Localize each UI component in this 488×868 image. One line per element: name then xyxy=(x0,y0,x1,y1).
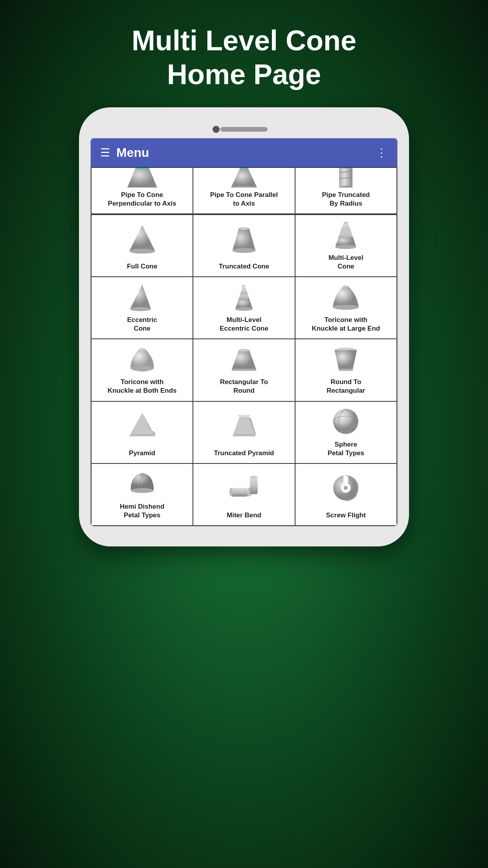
app-header: ☰ Menu ⋮ xyxy=(91,138,397,167)
grid-item-round-to-rect[interactable]: Round ToRectangular xyxy=(295,339,397,401)
item-label-truncated-cone: Truncated Cone xyxy=(219,262,269,271)
item-label-miter-bend: Miter Bend xyxy=(227,511,261,520)
svg-point-17 xyxy=(336,245,356,249)
main-grid: Full Cone xyxy=(91,214,397,526)
shape-sphere-petal xyxy=(299,406,393,437)
svg-point-54 xyxy=(229,488,233,496)
svg-rect-38 xyxy=(232,369,256,371)
grid-item-sphere-petal[interactable]: SpherePetal Types xyxy=(295,402,397,464)
svg-point-39 xyxy=(239,349,250,352)
svg-point-52 xyxy=(130,488,154,493)
phone-top xyxy=(90,123,398,138)
item-label-screw-flight: Screw Flight xyxy=(326,511,366,520)
shape-toricone-large xyxy=(299,281,393,313)
phone-speaker xyxy=(220,127,268,132)
grid-item-rect-to-round[interactable]: Rectangular ToRound xyxy=(193,339,295,401)
svg-point-12 xyxy=(129,249,155,254)
shape-pyramid xyxy=(95,406,189,446)
svg-marker-41 xyxy=(335,350,357,370)
item-label-sphere-petal: SpherePetal Types xyxy=(328,440,364,458)
svg-point-56 xyxy=(250,476,258,479)
phone-wrapper: ☰ Menu ⋮ xyxy=(79,107,409,546)
grid-item-full-cone[interactable]: Full Cone xyxy=(92,215,193,277)
item-label-pipe-parallel: Pipe To Cone Parallelto Axis xyxy=(210,191,278,208)
item-label-round-to-rect: Round ToRectangular xyxy=(327,378,365,395)
grid-item-truncated-pyramid[interactable]: Truncated Pyramid xyxy=(193,402,295,464)
grid-item-pipe-perp[interactable]: Pipe To ConePerpendicular to Axis xyxy=(92,168,193,214)
more-options-icon[interactable]: ⋮ xyxy=(376,146,388,159)
svg-marker-48 xyxy=(237,415,251,417)
svg-marker-29 xyxy=(242,285,246,290)
item-label-hemi-dishend: Hemi DishendPetal Types xyxy=(120,502,164,520)
phone-screen: ☰ Menu ⋮ xyxy=(90,138,398,527)
svg-marker-27 xyxy=(239,290,250,298)
svg-rect-53 xyxy=(231,488,248,497)
shape-pipe-truncated xyxy=(299,168,393,188)
grid-item-hemi-dishend[interactable]: Hemi DishendPetal Types xyxy=(92,464,193,526)
shape-screw-flight xyxy=(299,468,393,508)
grid-item-miter-bend[interactable]: Miter Bend xyxy=(193,464,295,526)
hamburger-icon[interactable]: ☰ xyxy=(100,146,110,159)
svg-point-24 xyxy=(130,307,151,311)
item-label-rect-to-round: Rectangular ToRound xyxy=(220,378,268,395)
svg-marker-45 xyxy=(129,434,155,436)
svg-point-59 xyxy=(344,485,348,490)
item-label-pipe-truncated: Pipe TruncatedBy Radius xyxy=(322,191,370,208)
shape-round-to-rect xyxy=(299,343,393,375)
item-label-pipe-perp: Pipe To ConePerpendicular to Axis xyxy=(108,191,176,208)
item-label-eccentric-cone: EccentricCone xyxy=(127,316,157,333)
item-label-full-cone: Full Cone xyxy=(127,262,157,271)
shape-toricone-both xyxy=(95,343,189,375)
shape-hemi-dishend xyxy=(95,468,189,499)
grid-item-pyramid[interactable]: Pyramid xyxy=(92,402,193,464)
grid-item-truncated-cone[interactable]: Truncated Cone xyxy=(193,215,295,277)
svg-marker-23 xyxy=(130,285,151,309)
shape-full-cone xyxy=(95,219,189,259)
shape-truncated-pyramid xyxy=(196,406,291,446)
phone-camera xyxy=(213,126,220,133)
svg-marker-1 xyxy=(127,168,157,188)
svg-marker-13 xyxy=(233,228,256,250)
svg-point-50 xyxy=(333,409,358,434)
svg-marker-37 xyxy=(232,350,256,370)
item-label-truncated-pyramid: Truncated Pyramid xyxy=(214,449,274,458)
shape-eccentric-cone xyxy=(95,281,189,313)
svg-point-14 xyxy=(233,248,256,253)
svg-marker-49 xyxy=(233,434,256,436)
grid-item-eccentric-cone[interactable]: EccentricCone xyxy=(92,277,193,339)
grid-item-pipe-parallel[interactable]: Pipe To Cone Parallelto Axis xyxy=(193,168,295,214)
menu-title: Menu xyxy=(116,145,376,160)
svg-marker-43 xyxy=(129,413,155,436)
svg-point-15 xyxy=(239,227,250,230)
svg-rect-42 xyxy=(339,369,353,371)
svg-point-30 xyxy=(241,285,246,286)
item-label-toricone-large: Toricone withKnuckle at Large End xyxy=(312,316,380,333)
grid-item-pipe-truncated[interactable]: Pipe TruncatedBy Radius xyxy=(295,168,397,214)
shape-pipe-parallel xyxy=(196,168,291,188)
shape-multi-level-cone xyxy=(299,219,393,250)
grid-item-toricone-both[interactable]: Toricone withKnuckle at Both Ends xyxy=(92,339,193,401)
grid-item-screw-flight[interactable]: Screw Flight xyxy=(295,464,397,526)
grid-item-multi-level-cone[interactable]: Multi-LevelCone xyxy=(295,215,397,277)
svg-point-36 xyxy=(139,348,146,351)
item-label-multi-level-cone: Multi-LevelCone xyxy=(328,254,363,271)
svg-point-33 xyxy=(333,305,359,310)
svg-marker-3 xyxy=(231,168,257,188)
page-title: Multi Level Cone Home Page xyxy=(100,0,388,107)
svg-point-21 xyxy=(342,227,350,229)
svg-point-22 xyxy=(344,222,348,223)
shape-multi-eccentric xyxy=(196,281,291,313)
shape-truncated-cone xyxy=(196,219,291,259)
grid-item-multi-eccentric[interactable]: Multi-LevelEccentric Cone xyxy=(193,277,295,339)
svg-point-26 xyxy=(235,307,253,311)
svg-rect-55 xyxy=(250,477,258,494)
shape-pipe-perp xyxy=(95,168,189,188)
top-partial-row: Pipe To ConePerpendicular to Axis xyxy=(91,167,397,214)
item-label-pyramid: Pyramid xyxy=(129,449,155,458)
grid-item-toricone-large[interactable]: Toricone withKnuckle at Large End xyxy=(295,277,397,339)
svg-point-35 xyxy=(130,366,154,371)
item-label-multi-eccentric: Multi-LevelEccentric Cone xyxy=(220,316,268,333)
item-label-toricone-both: Toricone withKnuckle at Both Ends xyxy=(108,378,177,395)
svg-point-34 xyxy=(343,285,348,287)
svg-point-19 xyxy=(339,235,353,238)
